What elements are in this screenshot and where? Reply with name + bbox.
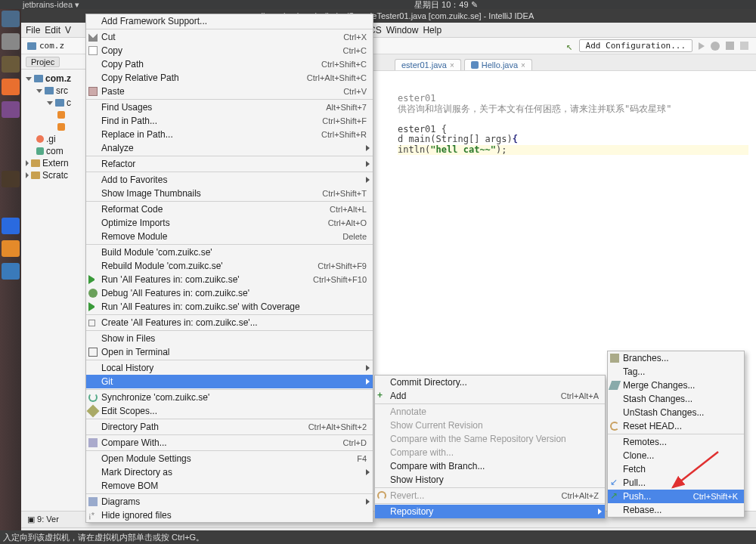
launcher-app-icon[interactable] — [2, 218, 20, 234]
mi-analyze[interactable]: Analyze — [86, 141, 373, 155]
mi-remotes[interactable]: Remotes... — [608, 435, 744, 449]
mi-compare-with[interactable]: Compare With...Ctrl+D — [86, 436, 373, 450]
editor-tab[interactable]: ester01.java× — [395, 59, 461, 70]
coverage-icon — [88, 302, 98, 311]
mi-show-thumbnails[interactable]: Show Image ThumbnailsCtrl+Shift+T — [86, 187, 373, 200]
editor-tab[interactable]: Hello.java× — [464, 59, 532, 70]
mi-cmp-branch[interactable]: Compare with Branch... — [375, 459, 605, 473]
mi-rebase[interactable]: Rebase... — [608, 503, 744, 517]
context-menu-git: Commit Directory... +AddCtrl+Alt+A Annot… — [374, 375, 606, 519]
mi-synchronize[interactable]: Synchronize 'com.zuikc.se' — [86, 391, 373, 404]
launcher-app-icon[interactable] — [2, 101, 20, 118]
mi-clone[interactable]: Clone... — [608, 449, 744, 462]
mi-create-config[interactable]: Create 'All Features in: com.zuikc.se'..… — [86, 316, 373, 329]
mi-show-history[interactable]: Show History — [375, 473, 605, 487]
mi-find-usages[interactable]: Find UsagesAlt+Shift+7 — [86, 100, 373, 114]
chevron-right-icon — [598, 508, 602, 515]
chevron-right-icon — [366, 161, 370, 167]
tool-window-button[interactable]: ▣ 9: Ver — [21, 515, 59, 524]
mi-copy[interactable]: CopyCtrl+C — [86, 44, 373, 57]
menu-file[interactable]: File — [26, 25, 40, 36]
add-icon: + — [377, 391, 386, 400]
close-icon[interactable]: × — [521, 61, 525, 70]
mi-build-module[interactable]: Build Module 'com.zuikc.se' — [86, 246, 373, 259]
mi-debug-all[interactable]: Debug 'All Features in: com.zuikc.se' — [86, 286, 373, 300]
launcher-app-icon[interactable] — [2, 11, 20, 27]
launcher-app-icon[interactable] — [2, 263, 20, 280]
mi-refactor[interactable]: Refactor — [86, 157, 373, 171]
close-icon[interactable]: × — [450, 61, 454, 70]
pull-icon: ↙ — [610, 478, 619, 487]
mi-copy-rel[interactable]: Copy Relative PathCtrl+Alt+Shift+C — [86, 71, 373, 85]
mi-branches[interactable]: Branches... — [608, 351, 744, 365]
mi-run-all[interactable]: Run 'All Features in: com.zuikc.se'Ctrl+… — [86, 273, 373, 286]
mi-replace-in-path[interactable]: Replace in Path...Ctrl+Shift+R — [86, 128, 373, 141]
debug-icon[interactable] — [711, 42, 720, 51]
mi-push[interactable]: ↗Push...Ctrl+Shift+K — [608, 490, 744, 503]
mi-cut[interactable]: CutCtrl+X — [86, 30, 373, 44]
mi-add-favorites[interactable]: Add to Favorites — [86, 173, 373, 187]
launcher-app-icon[interactable] — [2, 79, 20, 95]
launcher-app-icon[interactable] — [2, 171, 20, 187]
breadcrumb-item[interactable]: com.z — [39, 41, 64, 51]
push-icon: ↗ — [610, 492, 619, 501]
edit-icon — [87, 405, 100, 418]
mi-paste[interactable]: PasteCtrl+V — [86, 85, 373, 98]
mi-cmp-same: Compare with the Same Repository Version — [375, 432, 605, 446]
launcher-app-icon[interactable] — [2, 240, 20, 257]
launcher-app-icon[interactable] — [2, 33, 20, 50]
chevron-right-icon — [366, 499, 370, 505]
diff-icon — [88, 438, 98, 447]
mi-commit-dir[interactable]: Commit Directory... — [375, 376, 605, 389]
mi-git[interactable]: Git — [86, 375, 373, 388]
mi-stash[interactable]: Stash Changes... — [608, 392, 744, 406]
mi-tag[interactable]: Tag... — [608, 365, 744, 379]
mi-git-add[interactable]: +AddCtrl+Alt+A — [375, 389, 605, 403]
mi-fetch[interactable]: Fetch — [608, 462, 744, 476]
chevron-right-icon — [366, 145, 370, 151]
mi-pull[interactable]: ↙Pull... — [608, 476, 744, 490]
os-app-title: jetbrains-idea ▾ — [0, 0, 79, 10]
mi-run-coverage[interactable]: Run 'All Features in: com.zuikc.se' with… — [86, 300, 373, 314]
mi-remove-module[interactable]: Remove ModuleDelete — [86, 230, 373, 243]
context-menu-main: Add Framework Support... CutCtrl+X CopyC… — [85, 14, 373, 523]
mi-copy-path[interactable]: Copy PathCtrl+Shift+C — [86, 57, 373, 71]
tool-icon[interactable] — [740, 42, 748, 50]
mi-hide-ignored[interactable]: ¡*Hide ignored files — [86, 508, 373, 522]
mi-show-in-files[interactable]: Show in Files — [86, 332, 373, 345]
cut-icon — [88, 32, 98, 42]
debug-icon — [88, 289, 98, 298]
menu-edit[interactable]: Edit — [45, 25, 60, 36]
mi-local-history[interactable]: Local History — [86, 361, 373, 375]
mi-directory-path[interactable]: Directory PathCtrl+Alt+Shift+2 — [86, 420, 373, 434]
unity-launcher — [0, 9, 21, 544]
mi-reformat[interactable]: Reformat CodeCtrl+Alt+L — [86, 202, 373, 216]
mi-find-in-path[interactable]: Find in Path...Ctrl+Shift+F — [86, 114, 373, 128]
config-icon — [88, 320, 95, 326]
mi-repository[interactable]: Repository — [375, 505, 605, 518]
mi-unstash[interactable]: UnStash Changes... — [608, 406, 744, 419]
mi-reset-head[interactable]: Reset HEAD... — [608, 419, 744, 433]
mi-open-terminal[interactable]: Open in Terminal — [86, 345, 373, 359]
mi-add-framework[interactable]: Add Framework Support... — [86, 14, 373, 28]
branch-icon — [610, 354, 619, 363]
mi-rebuild-module[interactable]: Rebuild Module 'com.zuikc.se'Ctrl+Shift+… — [86, 259, 373, 273]
run-icon[interactable] — [699, 42, 705, 50]
mi-mark-directory[interactable]: Mark Directory as — [86, 465, 373, 479]
mi-diagrams[interactable]: Diagrams — [86, 495, 373, 508]
menu-view[interactable]: V — [65, 25, 71, 36]
java-icon — [471, 61, 479, 69]
menu-window[interactable]: Window — [386, 25, 419, 36]
chevron-right-icon — [366, 469, 370, 475]
menu-help[interactable]: Help — [423, 25, 442, 36]
mi-open-module-settings[interactable]: Open Module SettingsF4 — [86, 452, 373, 465]
run-config-selector[interactable]: Add Configuration... — [579, 39, 692, 52]
mi-merge[interactable]: Merge Changes... — [608, 379, 744, 392]
mi-remove-bom[interactable]: Remove BOM — [86, 479, 373, 493]
context-menu-repository: Branches... Tag... Merge Changes... Stas… — [607, 351, 745, 518]
stop-icon[interactable] — [726, 42, 734, 50]
launcher-app-icon[interactable] — [2, 56, 20, 73]
hammer-icon[interactable]: ↖ — [566, 40, 572, 52]
mi-edit-scopes[interactable]: Edit Scopes... — [86, 404, 373, 418]
mi-optimize-imports[interactable]: Optimize ImportsCtrl+Alt+O — [86, 216, 373, 230]
